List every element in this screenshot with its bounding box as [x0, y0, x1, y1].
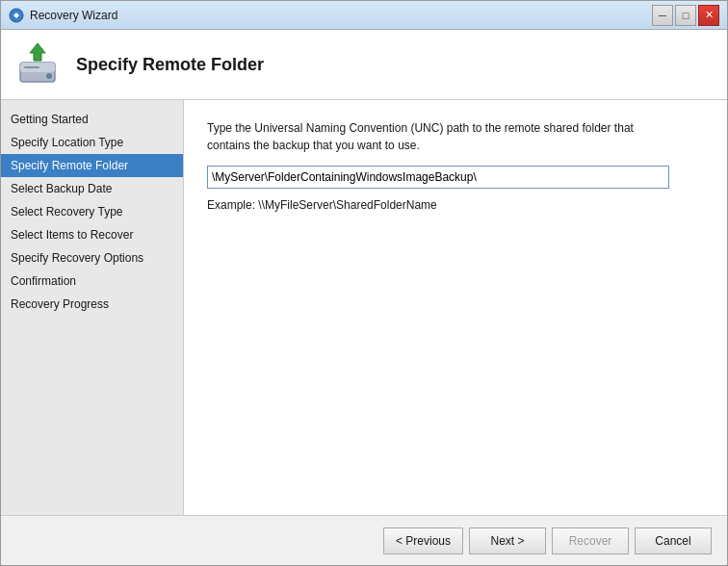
- recover-button[interactable]: Recover: [552, 527, 629, 554]
- sidebar-item-specify-location-type[interactable]: Specify Location Type: [1, 131, 183, 154]
- svg-point-3: [46, 73, 52, 79]
- svg-rect-4: [24, 66, 39, 68]
- sidebar-item-select-backup-date[interactable]: Select Backup Date: [1, 177, 183, 200]
- next-button[interactable]: Next >: [469, 527, 546, 554]
- minimize-button[interactable]: ─: [652, 5, 673, 26]
- footer: < Previous Next > Recover Cancel: [1, 515, 727, 565]
- close-button[interactable]: ✕: [698, 5, 719, 26]
- title-bar: Recovery Wizard ─ □ ✕: [1, 1, 727, 30]
- sidebar-item-select-recovery-type[interactable]: Select Recovery Type: [1, 200, 183, 223]
- window-title: Recovery Wizard: [30, 9, 117, 22]
- sidebar-item-select-items-to-recover[interactable]: Select Items to Recover: [1, 223, 183, 246]
- svg-marker-5: [30, 43, 45, 61]
- maximize-button[interactable]: □: [675, 5, 696, 26]
- window-icon: [9, 8, 24, 23]
- recovery-wizard-window: Recovery Wizard ─ □ ✕ Specify Remote Fol…: [0, 0, 728, 566]
- title-bar-left: Recovery Wizard: [9, 8, 117, 23]
- cancel-button[interactable]: Cancel: [635, 527, 712, 554]
- description-text: Type the Universal Naming Convention (UN…: [207, 119, 669, 154]
- previous-button[interactable]: < Previous: [383, 527, 463, 554]
- sidebar-item-recovery-progress[interactable]: Recovery Progress: [1, 293, 183, 316]
- content-area: Getting Started Specify Location Type Sp…: [1, 100, 727, 515]
- main-panel: Type the Universal Naming Convention (UN…: [184, 100, 727, 515]
- title-bar-controls: ─ □ ✕: [652, 5, 719, 26]
- header-area: Specify Remote Folder: [1, 30, 727, 100]
- sidebar: Getting Started Specify Location Type Sp…: [1, 100, 184, 515]
- page-title: Specify Remote Folder: [76, 55, 264, 75]
- sidebar-item-specify-remote-folder[interactable]: Specify Remote Folder: [1, 154, 183, 177]
- example-text: Example: \\MyFileServer\SharedFolderName: [207, 198, 704, 212]
- sidebar-item-confirmation[interactable]: Confirmation: [1, 270, 183, 293]
- header-icon-container: [16, 41, 63, 88]
- unc-path-input[interactable]: [207, 166, 669, 189]
- sidebar-item-getting-started[interactable]: Getting Started: [1, 108, 183, 131]
- header-icon: [16, 41, 63, 88]
- sidebar-item-specify-recovery-options[interactable]: Specify Recovery Options: [1, 246, 183, 270]
